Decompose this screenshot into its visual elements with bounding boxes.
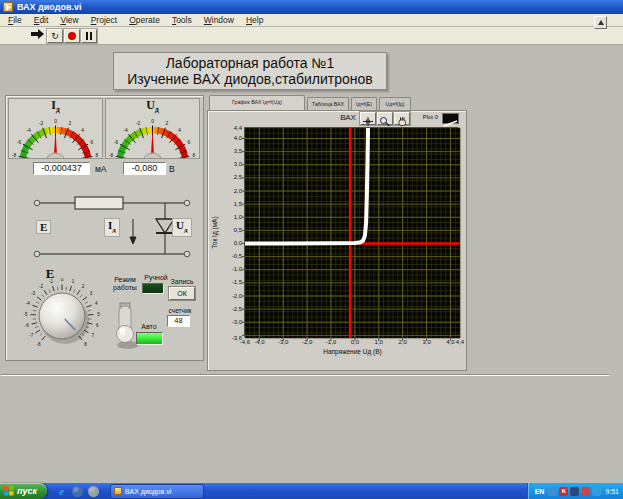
svg-text:-8: -8 (109, 153, 114, 158)
clock[interactable]: 9:51 (605, 488, 619, 495)
menu-edit[interactable]: Edit (28, 15, 55, 25)
svg-text:-4: -4 (123, 128, 128, 133)
svg-text:6: 6 (96, 323, 99, 328)
svg-text:4: 4 (178, 128, 181, 133)
up-arrow-icon (598, 20, 604, 25)
run-continuous-icon: ↻ (51, 31, 59, 41)
tray-icon-3[interactable] (570, 487, 579, 496)
svg-text:-1: -1 (49, 279, 54, 284)
antivirus-k-tray-icon[interactable]: K (559, 487, 568, 496)
menu-tools[interactable]: Tools (166, 15, 198, 25)
svg-text:2: 2 (69, 121, 72, 126)
run-button[interactable] (29, 29, 45, 43)
svg-text:5: 5 (97, 312, 100, 317)
labview-vi-icon (114, 487, 122, 495)
svg-text:-8: -8 (36, 342, 41, 347)
globe-quicklaunch-icon[interactable] (72, 486, 83, 497)
voltage-meter: Uд -8-6-4-202468 (105, 98, 200, 159)
ie-quicklaunch-icon[interactable]: e (56, 486, 67, 497)
quick-launch: e (56, 486, 99, 497)
svg-text:-4: -4 (26, 128, 31, 133)
menu-help[interactable]: Help (240, 15, 269, 25)
y-tick-label: 4,0 (215, 135, 242, 142)
y-tick-label: 1,0 (215, 214, 242, 221)
front-panel: Лабораторная работа №1 Изучение ВАХ диод… (0, 45, 623, 483)
svg-text:-2: -2 (39, 284, 44, 289)
task-button-label: ВАХ диодов.vi (125, 488, 171, 495)
svg-text:1: 1 (72, 279, 75, 284)
terminal (34, 251, 40, 257)
circuit-current-label: Iд (104, 218, 120, 237)
menu-file[interactable]: File (2, 15, 28, 25)
svg-text:0: 0 (61, 278, 64, 282)
tray-icon-5[interactable] (592, 487, 601, 496)
svg-text:-4: -4 (26, 301, 31, 306)
lab-title-line1: Лабораторная работа №1 (114, 55, 386, 71)
current-meter-title: Iд (9, 99, 102, 111)
y-tick-label: 4,4 (215, 125, 242, 132)
start-button[interactable]: пуск (0, 483, 47, 499)
tray-icon-4[interactable] (581, 487, 590, 496)
current-meter: Iд -8-6-4-202468 (8, 98, 103, 159)
cursor-move-button[interactable] (360, 112, 376, 125)
voltage-readout: -0,080 (123, 162, 166, 175)
record-label: Запись (166, 278, 198, 286)
scroll-up-button[interactable] (594, 16, 607, 29)
svg-text:8: 8 (193, 153, 196, 158)
tray-icons: K (548, 487, 601, 496)
language-indicator[interactable]: EN (535, 488, 545, 495)
x-tick-label: 4,4 (445, 339, 475, 346)
y-tick-label: -0,5 (215, 253, 242, 260)
taskbar: пуск e ВАХ диодов.vi EN K 9:51 (0, 483, 623, 499)
window-titlebar[interactable]: ВАХ диодов.vi (0, 0, 623, 14)
tab-1[interactable]: График ВАХ Iд=f(Uд) (209, 95, 305, 110)
start-label: пуск (17, 486, 37, 496)
current-unit: мА (95, 164, 107, 174)
y-tick-label: 0,5 (215, 227, 242, 234)
ok-button[interactable]: ОК (169, 287, 195, 300)
svg-text:2: 2 (82, 284, 85, 289)
circuit-voltage-label: Uд (172, 218, 192, 237)
svg-text:-7: -7 (29, 333, 34, 338)
x-axis-title: Напряжение Uд (В) (245, 348, 460, 355)
y-tick-label: 3,5 (215, 148, 242, 155)
terminal (184, 251, 190, 257)
tab-4[interactable]: Uд=f(Iд) (379, 97, 411, 110)
taskbar-task-button[interactable]: ВАХ диодов.vi (111, 485, 203, 498)
abort-button[interactable] (64, 29, 80, 43)
y-tick-label: -1,5 (215, 279, 242, 286)
svg-text:3: 3 (90, 291, 93, 296)
svg-text:7: 7 (92, 333, 95, 338)
menu-project[interactable]: Project (85, 15, 123, 25)
xy-graph[interactable]: Ток Iд (мА) Напряжение Uд (В) 4,44,03,53… (244, 127, 459, 337)
system-tray: EN K 9:51 (527, 483, 623, 499)
svg-text:8: 8 (84, 342, 87, 347)
plot-legend-sample[interactable] (442, 113, 459, 124)
svg-text:-8: -8 (12, 153, 17, 158)
svg-text:2: 2 (166, 121, 169, 126)
voltage-meter-gauge: -8-6-4-202468 (106, 111, 199, 158)
svg-text:6: 6 (91, 140, 94, 145)
tab-body: ВАХ Plot 0 Ток Iд (мА) Напряжение Uд (В)… (207, 110, 467, 371)
tab-2[interactable]: Таблица ВАХ (307, 97, 349, 110)
shield-tray-icon[interactable] (548, 487, 557, 496)
auto-mode-led (136, 332, 163, 345)
menu-window[interactable]: Window (198, 15, 240, 25)
svg-text:0: 0 (54, 119, 57, 124)
window-title: ВАХ диодов.vi (17, 2, 81, 12)
manual-mode-led (142, 283, 164, 294)
tab-3[interactable]: Iд=f(E) (351, 97, 377, 110)
y-tick-label: 2,0 (215, 188, 242, 195)
player-quicklaunch-icon[interactable] (88, 486, 99, 497)
run-continuous-button[interactable]: ↻ (47, 29, 63, 43)
svg-text:8: 8 (96, 153, 99, 158)
e-knob[interactable]: -8-7-6-5-4-3-2-1012345678 (10, 278, 114, 358)
auto-mode-label: Авто (134, 323, 164, 331)
zoom-button[interactable] (377, 112, 393, 125)
menu-bar: FileEditViewProjectOperateToolsWindowHel… (0, 14, 623, 27)
menu-operate[interactable]: Operate (123, 15, 166, 25)
windows-flag-icon (4, 486, 14, 496)
menu-view[interactable]: View (54, 15, 84, 25)
pause-button[interactable] (81, 29, 97, 43)
y-tick-label: -2,5 (215, 306, 242, 313)
